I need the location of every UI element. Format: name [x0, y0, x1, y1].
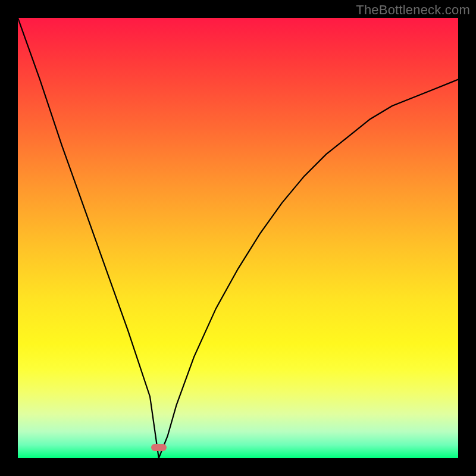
minimum-marker — [151, 444, 167, 451]
bottleneck-curve — [18, 18, 458, 458]
watermark-text: TheBottleneck.com — [356, 2, 470, 18]
plot-area — [18, 18, 458, 458]
chart-frame: TheBottleneck.com — [0, 0, 476, 476]
